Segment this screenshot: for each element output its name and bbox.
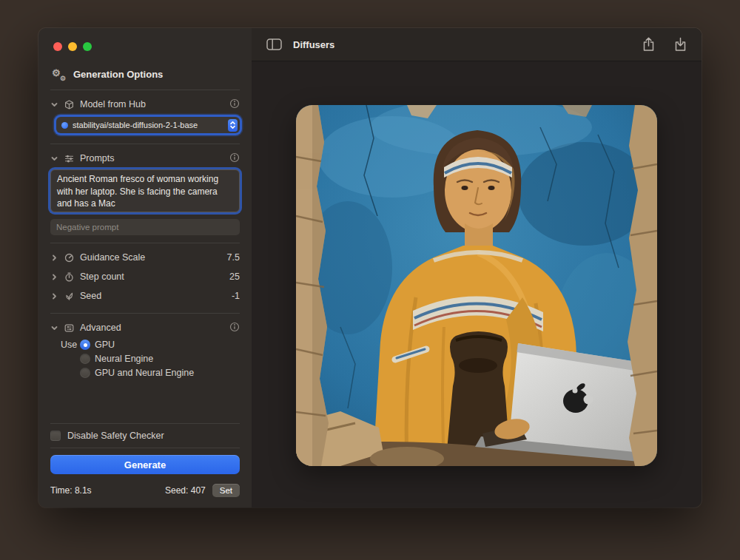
gauge-icon (63, 253, 75, 263)
chevron-down-icon[interactable] (50, 101, 58, 108)
app-window: ⚙⚙ Generation Options Model from Hub (38, 28, 702, 507)
step-count-row[interactable]: Step count 25 (50, 267, 240, 286)
prompts-section-label: Prompts (80, 153, 115, 163)
step-count-value: 25 (229, 271, 240, 282)
chevron-right-icon[interactable] (50, 293, 58, 300)
sidebar-toggle-icon[interactable] (266, 38, 282, 50)
window-controls (50, 28, 240, 63)
seed-leaf-icon (63, 291, 75, 301)
time-status: Time: 8.1s (50, 485, 92, 496)
chevron-right-icon[interactable] (50, 254, 58, 261)
parameters-section: Guidance Scale 7.5 Step count 25 (50, 243, 240, 313)
info-icon[interactable] (229, 152, 240, 165)
radio-neural-engine-label[interactable]: Neural Engine (95, 354, 240, 364)
negative-prompt-input[interactable] (50, 219, 240, 235)
fresco-illustration (296, 105, 657, 466)
prompt-input[interactable]: Ancient Roman fresco of woman working wi… (50, 169, 240, 212)
zoom-button[interactable] (83, 42, 92, 51)
disable-safety-checkbox[interactable] (50, 431, 61, 441)
generation-options-header: ⚙⚙ Generation Options (50, 63, 240, 90)
seed-row[interactable]: Seed -1 (50, 286, 240, 306)
model-selected-value: stabilityai/stable-diffusion-2-1-base (73, 121, 223, 129)
sidebar-footer: Time: 8.1s Seed: 407 Set (50, 474, 240, 497)
step-count-label: Step count (80, 271, 124, 282)
radio-gpu-and-neural-engine-label[interactable]: GPU and Neural Engine (95, 368, 240, 378)
safety-checker-row: Disable Safety Checker (50, 424, 240, 448)
titlebar: Diffusers (252, 28, 702, 61)
stopwatch-icon (63, 272, 75, 282)
chevron-down-icon[interactable] (50, 155, 58, 162)
model-dropdown[interactable]: stabilityai/stable-diffusion-2-1-base (56, 117, 240, 133)
generate-button[interactable]: Generate (50, 455, 240, 474)
model-color-dot-icon (61, 122, 68, 129)
seed-value: -1 (232, 291, 240, 301)
model-section: Model from Hub stabilityai/stable-diffus… (50, 90, 240, 144)
prompts-section-header[interactable]: Prompts (50, 149, 240, 168)
chevron-right-icon[interactable] (50, 274, 58, 280)
advanced-section: Advanced Use GPU Neural Engine GPU and N… (50, 314, 240, 387)
radio-gpu-label[interactable]: GPU (95, 340, 240, 350)
radio-gpu[interactable] (80, 340, 90, 350)
dropdown-stepper-icon (228, 119, 238, 132)
main-area: Diffusers (252, 28, 702, 507)
disable-safety-label: Disable Safety Checker (67, 431, 164, 441)
compute-unit-radio-group: Use GPU Neural Engine GPU and Neural Eng… (61, 340, 240, 378)
image-canvas (252, 61, 702, 507)
model-section-label: Model from Hub (80, 99, 146, 109)
seed-label: Seed (80, 291, 101, 301)
model-cube-icon (63, 100, 75, 109)
share-icon[interactable] (642, 37, 655, 52)
advanced-panel-icon (63, 323, 75, 333)
save-download-icon[interactable] (674, 37, 687, 52)
sliders-icon (63, 154, 75, 163)
radio-gpu-and-neural-engine[interactable] (80, 368, 90, 378)
use-label: Use (61, 340, 80, 350)
set-seed-button[interactable]: Set (212, 484, 240, 497)
close-button[interactable] (53, 42, 62, 51)
guidance-scale-row[interactable]: Guidance Scale 7.5 (50, 248, 240, 267)
generated-image (296, 105, 657, 466)
window-title: Diffusers (293, 39, 334, 50)
sidebar: ⚙⚙ Generation Options Model from Hub (38, 28, 252, 507)
info-icon[interactable] (229, 98, 240, 111)
advanced-section-header[interactable]: Advanced (50, 318, 240, 337)
chevron-down-icon[interactable] (50, 325, 58, 331)
minimize-button[interactable] (68, 42, 77, 51)
model-section-header[interactable]: Model from Hub (50, 95, 240, 114)
generation-options-label: Generation Options (73, 69, 163, 80)
divider (50, 448, 240, 448)
gears-icon: ⚙⚙ (52, 69, 67, 80)
advanced-section-label: Advanced (80, 323, 121, 333)
prompts-section: Prompts Ancient Roman fresco of woman wo… (50, 144, 240, 243)
info-icon[interactable] (229, 322, 240, 334)
guidance-scale-label: Guidance Scale (80, 252, 145, 263)
guidance-scale-value: 7.5 (227, 252, 240, 263)
radio-neural-engine[interactable] (80, 354, 90, 364)
seed-status: Seed: 407 (165, 485, 206, 496)
